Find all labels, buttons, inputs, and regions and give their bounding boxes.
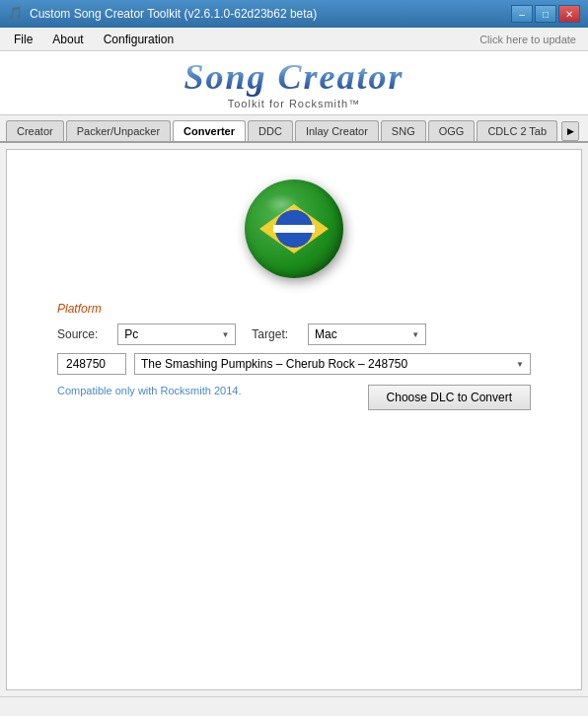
menu-file[interactable]: File (4, 30, 42, 49)
tab-scroll-right[interactable]: ▶ (561, 121, 579, 141)
target-dropdown[interactable]: Mac ▼ (308, 323, 426, 345)
compat-note: Compatible only with Rocksmith 2014. (57, 385, 241, 396)
tab-ddc[interactable]: DDC (248, 120, 293, 141)
song-row: 248750 The Smashing Pumpkins – Cherub Ro… (57, 353, 531, 375)
content-area: Platform Source: Pc ▼ Target: Mac ▼ 2487… (6, 149, 582, 690)
song-dropdown-arrow: ▼ (516, 360, 524, 369)
song-id-field[interactable]: 248750 (57, 353, 126, 375)
flag-highlight (264, 194, 299, 214)
platform-section: Platform Source: Pc ▼ Target: Mac ▼ 2487… (57, 302, 531, 410)
window-controls: – □ ✕ (511, 5, 580, 23)
tab-creator[interactable]: Creator (6, 120, 64, 141)
converter-icon (245, 179, 343, 278)
source-dropdown-arrow: ▼ (221, 330, 229, 339)
close-button[interactable]: ✕ (558, 5, 580, 23)
source-value: Pc (124, 327, 138, 341)
tab-bar: Creator Packer/Unpacker Converter DDC In… (0, 115, 588, 143)
title-bar: 🎵 Custom Song Creator Toolkit (v2.6.1.0-… (0, 0, 588, 28)
target-label: Target: (252, 327, 288, 341)
tab-cdlc2tab[interactable]: CDLC 2 Tab (477, 120, 557, 141)
status-bar (0, 696, 588, 716)
song-name-value: The Smashing Pumpkins – Cherub Rock – 24… (141, 357, 407, 371)
tab-inlay-creator[interactable]: Inlay Creator (295, 120, 379, 141)
bottom-row: Compatible only with Rocksmith 2014. Cho… (57, 385, 531, 410)
menu-configuration[interactable]: Configuration (94, 30, 184, 49)
update-button[interactable]: Click here to update (472, 32, 584, 47)
menu-bar: File About Configuration Click here to u… (0, 28, 588, 51)
target-dropdown-arrow: ▼ (411, 330, 419, 339)
tab-packer-unpacker[interactable]: Packer/Unpacker (66, 120, 171, 141)
window-title: Custom Song Creator Toolkit (v2.6.1.0-62… (30, 7, 511, 21)
menu-about[interactable]: About (42, 30, 93, 49)
source-dropdown[interactable]: Pc ▼ (117, 323, 236, 345)
source-target-row: Source: Pc ▼ Target: Mac ▼ (57, 323, 531, 345)
maximize-button[interactable]: □ (535, 5, 556, 23)
source-label: Source: (57, 327, 98, 341)
app-icon: 🎵 (8, 6, 24, 22)
tab-sng[interactable]: SNG (381, 120, 426, 141)
choose-dlc-button[interactable]: Choose DLC to Convert (368, 385, 531, 410)
app-header: Song Creator Toolkit for Rocksmith™ (0, 51, 588, 115)
app-logo: Song Creator (184, 56, 404, 98)
song-name-dropdown[interactable]: The Smashing Pumpkins – Cherub Rock – 24… (134, 353, 531, 375)
tab-ogg[interactable]: OGG (428, 120, 476, 141)
platform-label: Platform (57, 302, 531, 316)
minimize-button[interactable]: – (511, 5, 533, 23)
flag-stripe (273, 225, 315, 233)
app-subtitle: Toolkit for Rocksmith™ (228, 98, 360, 109)
target-value: Mac (315, 327, 337, 341)
tab-converter[interactable]: Converter (173, 120, 246, 142)
